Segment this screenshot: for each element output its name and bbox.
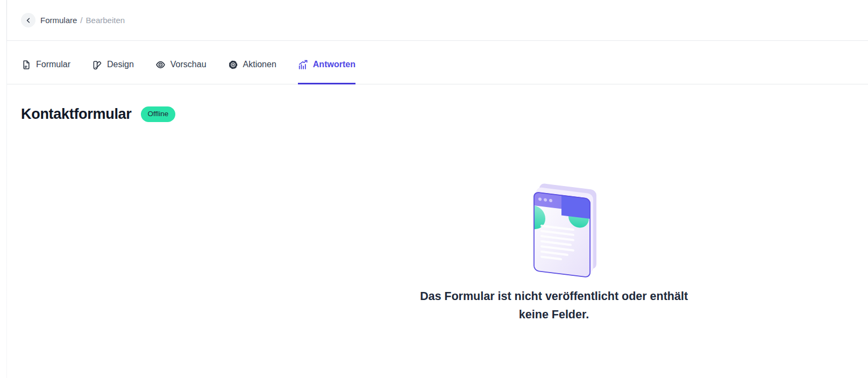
page-title: Kontaktformular xyxy=(21,106,132,123)
back-button[interactable] xyxy=(21,13,35,27)
breadcrumb-item-bearbeiten: Bearbeiten xyxy=(86,16,125,25)
breadcrumb-item-formulare[interactable]: Formulare xyxy=(40,16,77,25)
tab-label-formular: Formular xyxy=(36,60,70,69)
empty-state: Das Formular ist nicht veröffentlicht od… xyxy=(344,179,764,324)
status-badge: Offline xyxy=(141,106,176,122)
eye-icon xyxy=(155,60,166,70)
tab-label-design: Design xyxy=(107,60,134,69)
tab-bar: Formular Design Vorschau xyxy=(7,41,868,84)
tab-antworten[interactable]: Antworten xyxy=(298,41,355,84)
tab-label-aktionen: Aktionen xyxy=(243,60,276,69)
empty-form-illustration xyxy=(360,179,780,284)
top-header: Formulare / Bearbeiten xyxy=(7,0,868,41)
breadcrumb: Formulare / Bearbeiten xyxy=(40,16,125,25)
tab-formular[interactable]: Formular xyxy=(21,41,70,84)
gear-icon xyxy=(228,60,238,70)
document-icon xyxy=(21,60,31,70)
tab-aktionen[interactable]: Aktionen xyxy=(228,41,276,84)
chart-bar-icon xyxy=(298,60,308,70)
empty-state-line2: keine Felder. xyxy=(344,305,764,324)
swatch-icon xyxy=(92,60,102,70)
breadcrumb-separator: / xyxy=(80,16,82,25)
empty-state-message: Das Formular ist nicht veröffentlicht od… xyxy=(344,287,764,324)
tab-design[interactable]: Design xyxy=(92,41,134,84)
title-bar: Kontaktformular Offline xyxy=(21,106,175,123)
empty-state-line1: Das Formular ist nicht veröffentlicht od… xyxy=(344,287,764,305)
tab-label-antworten: Antworten xyxy=(313,60,355,69)
tab-label-vorschau: Vorschau xyxy=(170,60,207,69)
chevron-left-icon xyxy=(25,17,32,24)
tab-vorschau[interactable]: Vorschau xyxy=(155,41,207,84)
app-window: Formulare / Bearbeiten Formular xyxy=(0,0,868,378)
